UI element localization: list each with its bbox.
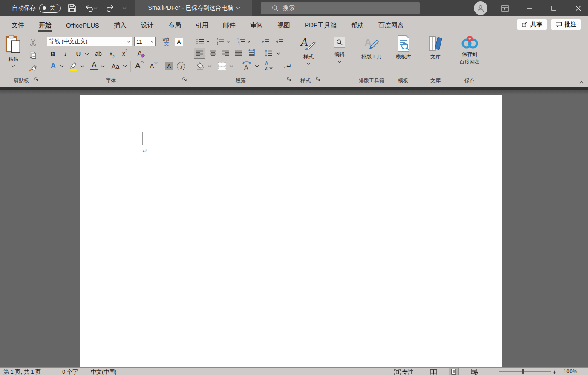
autosave-toggle[interactable]: 自动保存 关 (12, 4, 61, 13)
tab-officeplus[interactable]: OfficePLUS (61, 18, 104, 32)
text-effects-dropdown-icon[interactable] (60, 64, 63, 67)
borders-dropdown-icon[interactable] (230, 64, 233, 67)
print-layout-button[interactable] (449, 368, 459, 375)
styles-dropdown-icon[interactable] (307, 61, 310, 64)
tab-baidu-netdisk[interactable]: 百度网盘 (373, 17, 409, 32)
justify-button[interactable] (233, 48, 244, 59)
minimize-button[interactable] (520, 0, 539, 16)
tab-layout[interactable]: 布局 (163, 17, 186, 32)
zoom-out-button[interactable]: − (490, 368, 494, 375)
tab-references[interactable]: 引用 (190, 17, 213, 32)
clipboard-dialog-launcher[interactable] (34, 77, 40, 83)
editing-button[interactable]: 编辑 (326, 37, 353, 63)
enclose-characters-button[interactable]: 字 (176, 61, 187, 72)
styles-button[interactable]: A 样式 (297, 35, 320, 65)
sort-button[interactable]: AZ (263, 60, 275, 72)
search-input[interactable]: 搜索 (261, 2, 420, 14)
grow-font-button[interactable]: A (133, 60, 146, 72)
customize-qat-button[interactable] (122, 2, 127, 15)
tab-mailings[interactable]: 邮件 (218, 17, 241, 32)
close-button[interactable] (568, 0, 588, 16)
borders-button[interactable] (216, 61, 228, 72)
show-hide-marks-button[interactable]: →↵ (280, 61, 292, 72)
change-case-dropdown-icon[interactable] (123, 64, 127, 67)
phonetic-guide-button[interactable]: wén 文 (161, 36, 172, 47)
shading-button[interactable] (195, 61, 206, 72)
redo-button[interactable] (104, 2, 116, 15)
paste-dropdown-icon[interactable] (12, 64, 15, 67)
copy-button[interactable] (27, 50, 38, 60)
font-size-combo[interactable]: 11 (134, 37, 156, 46)
font-dialog-launcher[interactable] (182, 77, 188, 83)
document-canvas[interactable]: ↵ (0, 87, 588, 367)
format-painter-button[interactable] (27, 63, 38, 73)
text-effects-button[interactable]: A (48, 61, 59, 72)
undo-dropdown-icon[interactable] (94, 6, 97, 9)
zoom-in-button[interactable]: + (553, 368, 556, 375)
strikethrough-button[interactable]: ab (93, 49, 104, 59)
styles-dialog-launcher[interactable] (316, 77, 322, 83)
tab-design[interactable]: 设计 (136, 17, 159, 32)
distribute-button[interactable] (246, 47, 257, 59)
share-button[interactable]: 共享 (517, 19, 547, 30)
align-left-button[interactable] (194, 48, 205, 59)
change-case-button[interactable]: Aa (109, 61, 122, 72)
font-size-dropdown-icon[interactable] (150, 39, 154, 42)
bullets-button[interactable] (195, 37, 205, 46)
multilevel-list-button[interactable]: 1ai (236, 37, 246, 46)
bold-button[interactable]: B (48, 49, 58, 59)
numbering-button[interactable]: 123 (215, 37, 225, 46)
bullets-dropdown-icon[interactable] (206, 39, 210, 42)
tab-insert[interactable]: 插入 (109, 17, 132, 32)
wenku-button[interactable]: 文库 (424, 35, 447, 61)
asian-layout-button[interactable]: A (239, 60, 254, 72)
multilevel-dropdown-icon[interactable] (247, 39, 251, 42)
asian-layout-dropdown-icon[interactable] (255, 64, 259, 67)
save-button[interactable] (66, 2, 78, 15)
language-status[interactable]: 中文(中国) (91, 368, 117, 375)
web-layout-button[interactable] (469, 368, 479, 375)
account-avatar[interactable] (474, 1, 487, 15)
font-name-dropdown-icon[interactable] (127, 39, 130, 42)
typeset-tools-button[interactable]: A 排版工具 (358, 35, 385, 61)
superscript-button[interactable]: x2 (119, 49, 130, 59)
template-library-button[interactable]: 模板库 (390, 35, 417, 61)
autosave-switch-icon[interactable]: 关 (39, 4, 61, 13)
increase-indent-button[interactable] (274, 37, 285, 46)
comments-button[interactable]: 批注 (551, 19, 581, 30)
tab-pdf-toolbox[interactable]: PDF工具箱 (300, 17, 342, 32)
decrease-indent-button[interactable] (260, 37, 271, 46)
undo-button[interactable] (84, 2, 98, 15)
zoom-level[interactable]: 100% (563, 368, 577, 375)
underline-dropdown-icon[interactable] (85, 52, 89, 55)
paste-button[interactable]: 粘贴 (5, 35, 21, 67)
align-center-button[interactable] (208, 48, 219, 59)
font-color-button[interactable]: A (89, 60, 100, 72)
word-count-status[interactable]: 0 个字 (62, 368, 78, 375)
character-shading-button[interactable]: A (164, 61, 175, 72)
document-page[interactable]: ↵ (80, 95, 502, 367)
underline-button[interactable]: U (73, 49, 84, 59)
paragraph-dialog-launcher[interactable] (287, 77, 293, 83)
tab-review[interactable]: 审阅 (245, 17, 268, 32)
title-dropdown-icon[interactable] (236, 6, 240, 9)
read-mode-button[interactable] (428, 368, 438, 375)
italic-button[interactable]: I (61, 49, 71, 59)
line-spacing-button[interactable] (262, 48, 274, 59)
shading-dropdown-icon[interactable] (208, 64, 211, 67)
text-highlight-button[interactable] (68, 61, 79, 72)
font-color-dropdown-icon[interactable] (101, 64, 104, 67)
document-title[interactable]: SmallPDFer - 已保存到这台电脑 (135, 0, 252, 16)
tab-view[interactable]: 视图 (272, 17, 295, 32)
page-number-status[interactable]: 第 1 页, 共 1 页 (3, 368, 41, 375)
tab-file[interactable]: 文件 (6, 17, 29, 32)
collapse-ribbon-button[interactable] (580, 78, 583, 86)
save-to-netdisk-button[interactable]: 保存到 百度网盘 (454, 35, 485, 66)
maximize-button[interactable] (544, 0, 564, 16)
character-border-button[interactable]: A (174, 37, 184, 47)
editing-dropdown-icon[interactable] (338, 59, 341, 63)
highlight-dropdown-icon[interactable] (81, 64, 84, 67)
subscript-button[interactable]: x2 (107, 49, 118, 59)
clear-formatting-button[interactable]: A (135, 49, 147, 59)
numbering-dropdown-icon[interactable] (227, 39, 230, 42)
